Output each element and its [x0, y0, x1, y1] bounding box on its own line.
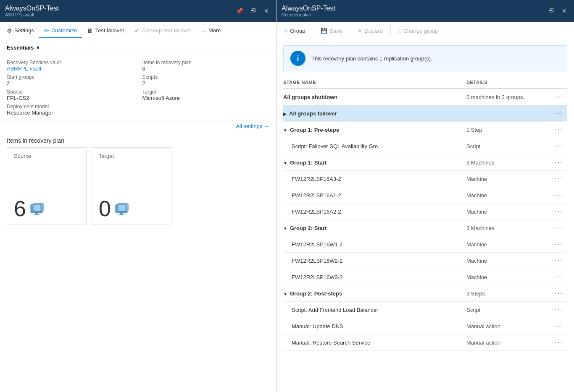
settings-button[interactable]: ⚙ Settings [2, 24, 39, 38]
info-text: This recovery plan contains 1 replicatio… [311, 55, 432, 62]
row-details: 1 Step [466, 127, 550, 133]
source-card: Source 6 [7, 147, 87, 225]
row-name: FW12R2LSP16W3-2 [283, 274, 466, 280]
cleanup-test-failover-button[interactable]: ✔ Cleanup test failover [129, 24, 197, 38]
row-more-button[interactable]: ··· [550, 93, 567, 101]
essentials-scripts: Scripts 2 [142, 74, 270, 86]
table-row[interactable]: FW12R2LSP16A3-2Machine··· [283, 171, 567, 187]
target-label: Target [99, 153, 164, 159]
plan-table: STAGE NAME DETAILS All groups shutdown0 … [276, 76, 574, 392]
right-title-info: AlwaysOnSP-Test Recovery plan [282, 5, 335, 17]
vault-link[interactable]: ASRFPL-vault [7, 65, 134, 72]
table-row[interactable]: ▼Group 2: Post-steps3 Steps··· [283, 285, 567, 302]
row-more-button[interactable]: ··· [550, 240, 567, 248]
essentials-header[interactable]: Essentials ∧ [0, 40, 276, 55]
settings-icon: ⚙ [7, 27, 12, 34]
svg-rect-11 [118, 204, 128, 211]
table-row[interactable]: FW12R2LSP16W2-2Machine··· [283, 253, 567, 269]
change-group-icon: ↕ [398, 28, 401, 34]
discard-button[interactable]: ✕ Discard [353, 24, 387, 37]
table-row[interactable]: ▼Group 2: Start3 Machines··· [283, 220, 567, 236]
row-name: All groups shutdown [283, 94, 466, 100]
left-title-bar: AlwaysOnSP-Test ASRFPL-vault 📌 🗗 ✕ [0, 0, 276, 22]
row-more-button[interactable]: ··· [550, 257, 567, 264]
right-window-controls: 🗗 ✕ [546, 7, 569, 15]
plan-table-header: STAGE NAME DETAILS [283, 76, 567, 89]
header-actions [550, 80, 567, 85]
right-panel: AlwaysOnSP-Test Recovery plan 🗗 ✕ + Grou… [276, 0, 574, 392]
row-name: ▶All groups failover [283, 110, 466, 117]
row-more-button[interactable]: ··· [550, 273, 567, 281]
row-more-button[interactable]: ··· [550, 339, 567, 346]
source-count: 6 [14, 198, 26, 220]
source-computer-icon [29, 203, 46, 220]
group-button[interactable]: + Group [280, 24, 309, 38]
table-row[interactable]: Manual: Restore Search ServiceManual act… [283, 335, 567, 351]
row-details: Machine [466, 274, 550, 280]
row-name: ▼Group 1: Start [283, 159, 466, 166]
row-details: Machine [466, 192, 550, 199]
row-more-button[interactable]: ··· [550, 175, 567, 183]
plan-rows-container: All groups shutdown0 machines in 2 group… [283, 89, 567, 351]
row-more-button[interactable]: ··· [550, 208, 567, 215]
row-more-button[interactable]: ··· [550, 126, 567, 133]
table-row[interactable]: ▶All groups failover··· [283, 105, 567, 122]
row-more-button[interactable]: ··· [550, 306, 567, 314]
row-name: Script: Add Frontend Load Balancer [283, 307, 466, 313]
row-more-button[interactable]: ··· [550, 110, 567, 117]
table-row[interactable]: ▼Group 1: Start3 Machines··· [283, 154, 567, 171]
target-content: 0 [99, 198, 164, 220]
cleanup-icon: ✔ [134, 27, 140, 34]
all-settings-link[interactable]: All settings → [0, 120, 276, 132]
right-title-bar: AlwaysOnSP-Test Recovery plan 🗗 ✕ [276, 0, 574, 22]
table-row[interactable]: FW12R2LSP16A1-2Machine··· [283, 187, 567, 204]
pin-icon[interactable]: 📌 [234, 7, 245, 15]
right-restore-icon[interactable]: 🗗 [546, 7, 556, 15]
row-details: 3 Steps [466, 290, 550, 297]
restore-icon[interactable]: 🗗 [248, 7, 258, 15]
items-section-title: Items in recovery plan [0, 132, 276, 147]
table-row[interactable]: FW12R2LSP16W3-2Machine··· [283, 269, 567, 285]
table-row[interactable]: FW12R2LSP16A2-2Machine··· [283, 204, 567, 220]
change-group-button[interactable]: ↕ Change group [394, 24, 442, 37]
row-name: Manual: Update DNS [283, 323, 466, 329]
right-app-title: AlwaysOnSP-Test [282, 5, 335, 12]
row-name: FW12R2LSP16A1-2 [283, 192, 466, 199]
row-name: FW12R2LSP16A3-2 [283, 176, 466, 182]
essentials-start-groups: Start groups 2 [7, 74, 134, 86]
row-more-button[interactable]: ··· [550, 224, 567, 232]
row-details: Machine [466, 209, 550, 215]
table-row[interactable]: Script: Failover SQL Availability Gro...… [283, 138, 567, 154]
test-failover-button[interactable]: 🖥 Test failover [82, 24, 129, 38]
essentials-vault: Recovery Services vault ASRFPL-vault [7, 60, 134, 72]
row-more-button[interactable]: ··· [550, 142, 567, 150]
table-row[interactable]: Script: Add Frontend Load BalancerScript… [283, 302, 567, 318]
right-app-subtitle: Recovery plan [282, 12, 335, 17]
row-more-button[interactable]: ··· [550, 322, 567, 330]
save-icon: 💾 [321, 28, 327, 34]
left-app-title: AlwaysOnSP-Test [5, 5, 59, 12]
svg-rect-3 [33, 214, 40, 215]
customize-button[interactable]: ✏ Customize [39, 24, 82, 38]
row-more-button[interactable]: ··· [550, 191, 567, 199]
table-row[interactable]: ▼Group 1: Pre-steps1 Step··· [283, 122, 567, 138]
table-row[interactable]: FW12R2LSP16W1-2Machine··· [283, 236, 567, 253]
save-button[interactable]: 💾 Save [316, 24, 346, 37]
left-app-subtitle: ASRFPL-vault [5, 12, 59, 17]
row-more-button[interactable]: ··· [550, 159, 567, 166]
info-icon: i [290, 51, 305, 66]
target-computer-icon [114, 203, 131, 220]
essentials-grid: Recovery Services vault ASRFPL-vault Ite… [0, 55, 276, 120]
source-label: Source [14, 153, 79, 159]
table-row[interactable]: Manual: Update DNSManual action··· [283, 318, 567, 335]
close-icon[interactable]: ✕ [262, 7, 271, 15]
row-name: ▼Group 1: Pre-steps [283, 127, 466, 133]
row-more-button[interactable]: ··· [550, 290, 567, 297]
row-name: FW12R2LSP16W2-2 [283, 258, 466, 264]
more-button[interactable]: ··· More [196, 24, 226, 38]
row-details: 3 Machines [466, 225, 550, 231]
row-details: Manual action [466, 323, 550, 329]
right-close-icon[interactable]: ✕ [560, 7, 569, 15]
row-details: Script [466, 143, 550, 149]
table-row[interactable]: All groups shutdown0 machines in 2 group… [283, 89, 567, 105]
